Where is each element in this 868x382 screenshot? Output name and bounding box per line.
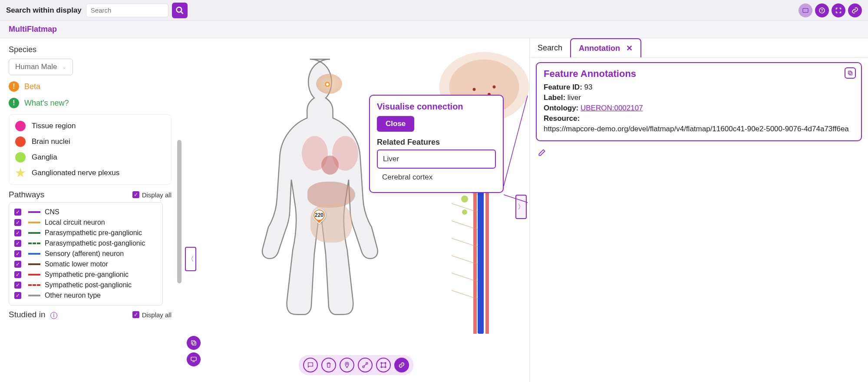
svg-line-1 bbox=[181, 11, 183, 13]
legend-item[interactable]: Ganglionated nerve plexus bbox=[12, 165, 165, 181]
search-button[interactable] bbox=[172, 3, 188, 18]
annotation-toolbar bbox=[299, 355, 413, 375]
copy-view-icon[interactable] bbox=[187, 336, 201, 350]
scrollbar[interactable] bbox=[177, 140, 182, 283]
chevron-down-icon: ⌄ bbox=[62, 64, 66, 70]
svg-rect-2 bbox=[803, 8, 808, 12]
svg-rect-29 bbox=[192, 342, 196, 345]
pathway-item[interactable]: Parasympathetic post-ganglionic bbox=[14, 238, 157, 249]
whats-new-link[interactable]: What's new? bbox=[24, 99, 69, 108]
ontology-link[interactable]: UBERON:0002107 bbox=[581, 104, 643, 112]
beta-label[interactable]: Beta bbox=[24, 82, 40, 91]
legend-item[interactable]: Ganglia bbox=[12, 149, 165, 165]
popup-title: Visualise connection bbox=[377, 102, 496, 112]
layout-icon[interactable] bbox=[799, 3, 812, 17]
topbar: Search within display ? bbox=[0, 0, 868, 21]
checkbox[interactable] bbox=[14, 250, 21, 257]
link-tool-icon[interactable] bbox=[394, 358, 409, 372]
related-feature-item[interactable]: Liver bbox=[377, 149, 496, 169]
svg-point-27 bbox=[462, 209, 467, 215]
help-icon[interactable]: ? bbox=[815, 3, 829, 17]
exclaim-icon: ! bbox=[9, 81, 19, 92]
pathway-item[interactable]: Sympathetic pre-ganglionic bbox=[14, 269, 157, 280]
trash-icon[interactable] bbox=[321, 358, 336, 372]
legend-item[interactable]: Brain nuclei bbox=[12, 134, 165, 149]
pathway-swatch bbox=[28, 222, 40, 223]
pathway-swatch bbox=[28, 253, 40, 255]
pathway-item[interactable]: Local circuit neuron bbox=[14, 217, 157, 228]
checkbox[interactable] bbox=[14, 271, 21, 278]
close-icon[interactable]: ✕ bbox=[626, 43, 633, 53]
collapse-sidebar-button[interactable]: 〈 bbox=[185, 247, 196, 271]
species-select[interactable]: Human Male ⌄ bbox=[9, 59, 73, 75]
pathway-swatch bbox=[28, 274, 40, 276]
pathway-swatch bbox=[28, 295, 40, 296]
map-marker[interactable]: 220 bbox=[313, 209, 326, 222]
bounds-icon[interactable] bbox=[376, 358, 391, 372]
search-icon bbox=[175, 6, 184, 15]
species-label: Species bbox=[9, 45, 182, 54]
pathway-item[interactable]: Other neuron type bbox=[14, 290, 157, 301]
pathway-item[interactable]: CNS bbox=[14, 207, 157, 217]
checkbox[interactable] bbox=[14, 282, 21, 289]
search-within-label: Search within display bbox=[6, 6, 82, 15]
flatmap-canvas[interactable]: 〈 bbox=[182, 38, 529, 382]
legend-item[interactable]: Tissue region bbox=[12, 118, 165, 134]
svg-point-0 bbox=[176, 7, 182, 12]
pathway-swatch bbox=[28, 211, 40, 213]
pathway-swatch bbox=[28, 263, 40, 265]
pathways-list: CNSLocal circuit neuronParasympathetic p… bbox=[9, 202, 163, 306]
svg-rect-28 bbox=[191, 341, 195, 344]
sidebar: Species Human Male ⌄ ! Beta ! What's new… bbox=[0, 38, 182, 382]
svg-rect-30 bbox=[191, 357, 196, 361]
pathway-item[interactable]: Somatic lower motor bbox=[14, 259, 157, 269]
svg-point-10 bbox=[493, 86, 496, 89]
copy-icon[interactable] bbox=[845, 67, 856, 79]
svg-rect-42 bbox=[849, 72, 852, 75]
tab-search[interactable]: Search bbox=[530, 38, 570, 57]
pathways-label: Pathways bbox=[9, 190, 44, 199]
monitor-icon[interactable] bbox=[187, 352, 201, 366]
right-panel: Search Annotation ✕ Feature Annotations … bbox=[529, 38, 868, 382]
pathway-item[interactable]: Parasympathetic pre-ganglionic bbox=[14, 228, 157, 238]
fullscreen-icon[interactable] bbox=[832, 3, 845, 17]
studied-in-label: Studied in i bbox=[9, 310, 57, 319]
close-button[interactable]: Close bbox=[377, 116, 414, 132]
pathway-item[interactable]: Sensory (afferent) neuron bbox=[14, 249, 157, 259]
heart bbox=[321, 156, 339, 175]
annotation-card: Feature Annotations Feature ID: 93 Label… bbox=[536, 62, 862, 141]
species-value: Human Male bbox=[15, 63, 57, 71]
brain-node bbox=[325, 82, 330, 87]
tab-annotation[interactable]: Annotation ✕ bbox=[570, 38, 641, 57]
svg-point-32 bbox=[346, 363, 347, 365]
subheader: MultiFlatmap bbox=[0, 21, 868, 38]
checkbox[interactable] bbox=[14, 209, 21, 216]
pathway-swatch bbox=[28, 284, 40, 286]
visualise-popup: Visualise connection Close Related Featu… bbox=[369, 95, 504, 193]
checkbox[interactable] bbox=[14, 229, 21, 236]
legend-dot bbox=[15, 136, 26, 147]
edit-icon[interactable] bbox=[538, 148, 547, 158]
pathway-swatch bbox=[28, 242, 40, 244]
checkbox[interactable] bbox=[14, 261, 21, 268]
related-feature-item[interactable]: Cerebral cortex bbox=[377, 169, 496, 186]
info-icon[interactable]: i bbox=[50, 312, 57, 319]
pathway-item[interactable]: Sympathetic post-ganglionic bbox=[14, 280, 157, 290]
display-all-checkbox[interactable]: Display all bbox=[132, 191, 172, 199]
line-icon[interactable] bbox=[358, 358, 373, 372]
checkbox[interactable] bbox=[14, 219, 21, 226]
search-input[interactable] bbox=[86, 3, 168, 17]
pin-icon[interactable] bbox=[340, 358, 354, 372]
comment-icon[interactable] bbox=[303, 358, 318, 372]
checkbox[interactable] bbox=[14, 292, 21, 299]
page-title: MultiFlatmap bbox=[9, 25, 57, 34]
star-icon bbox=[15, 168, 26, 178]
display-all-checkbox[interactable]: Display all bbox=[132, 311, 172, 319]
connector bbox=[504, 95, 530, 203]
annotation-title: Feature Annotations bbox=[544, 68, 854, 80]
svg-point-26 bbox=[461, 196, 468, 203]
checkbox[interactable] bbox=[14, 240, 21, 247]
svg-rect-41 bbox=[848, 71, 851, 74]
svg-line-35 bbox=[364, 364, 366, 366]
link-icon[interactable] bbox=[848, 3, 862, 17]
